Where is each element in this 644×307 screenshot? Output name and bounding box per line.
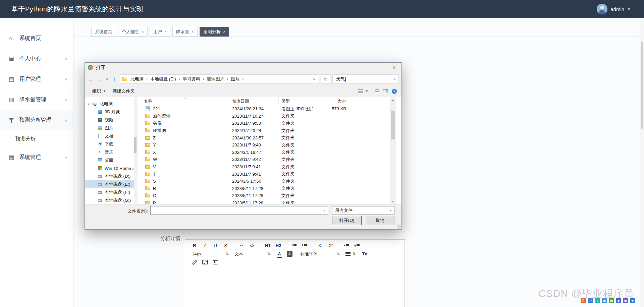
tree-item-drive-d[interactable]: 本地磁盘 (D:) — [85, 172, 137, 180]
expander-icon[interactable]: ∨ — [88, 102, 93, 106]
file-row[interactable]: 新闻资讯 2023/11/7 10:27 文件夹 — [138, 113, 396, 120]
panel-icon[interactable]: ▣ — [623, 298, 628, 303]
align-select[interactable]: ⇅ — [345, 250, 356, 258]
scroll-up-icon[interactable]: ▲ — [390, 97, 396, 103]
clear-format-button[interactable]: Tx — [362, 250, 367, 257]
new-folder-button[interactable]: 新建文件夹 — [110, 87, 137, 95]
font-family-select[interactable]: 标准字体 ⇅ — [300, 250, 340, 258]
list-scrollbar[interactable]: ▲ ▼ — [390, 97, 396, 204]
dialog-titlebar[interactable]: 打开 × — [85, 63, 401, 73]
tab-profile[interactable]: 个人信息 × — [118, 27, 148, 37]
dialog-close-button[interactable]: × — [387, 63, 401, 73]
close-icon[interactable]: × — [142, 29, 144, 34]
superscript-button[interactable]: X² — [328, 242, 333, 249]
file-row[interactable]: S 2024/3/6 17:50 文件夹 — [138, 178, 396, 185]
combo-dropdown-icon[interactable]: ∨ — [321, 209, 328, 212]
breadcrumb-segment[interactable]: 图片 — [229, 76, 242, 82]
tree-item-desktop[interactable]: 桌面 — [85, 156, 137, 164]
tree-item-drive-e[interactable]: 本地磁盘 (E:) — [85, 180, 137, 188]
sidebar-item-users[interactable]: ▤ 用户管理 ∨ — [0, 69, 73, 89]
tree-item-3d-objects[interactable]: 3D 对象 — [85, 108, 137, 116]
tree-item-drive-g[interactable]: 本地磁盘 (G:) — [85, 196, 137, 204]
indent-button[interactable] — [344, 242, 349, 249]
back-icon[interactable]: ← — [88, 76, 94, 82]
close-icon[interactable]: × — [164, 29, 167, 34]
close-icon[interactable]: × — [192, 29, 194, 34]
view-mode-button[interactable]: ▼ — [356, 88, 371, 94]
avatar[interactable] — [597, 4, 607, 14]
cancel-button[interactable]: 取消 — [366, 216, 394, 225]
organize-button[interactable]: 组织 ▼ — [90, 87, 109, 95]
file-row[interactable]: R 2023/5/11 17:28 文件夹 — [138, 185, 396, 192]
sidebar-item-profile[interactable]: ▣ 个人中心 ∨ — [0, 49, 73, 69]
record-icon[interactable]: ◉ — [602, 298, 607, 303]
blockquote-button[interactable]: “ — [239, 241, 244, 251]
heading2-button[interactable]: H2 — [276, 242, 281, 249]
apps-icon[interactable]: ▦ — [609, 298, 614, 303]
search-input[interactable] — [335, 76, 393, 82]
page-scrollbar[interactable] — [640, 18, 644, 307]
forward-icon[interactable]: → — [96, 76, 103, 82]
text-type-select[interactable]: 文本 ⇅ — [234, 250, 271, 258]
file-row[interactable]: X 2024/3/1 16:47 文件夹 — [138, 149, 396, 156]
file-row[interactable]: Y 2023/11/7 9:48 文件夹 — [138, 141, 396, 149]
refresh-icon[interactable]: ↻ — [321, 74, 330, 84]
breadcrumb-segment[interactable]: 此电脑 — [128, 76, 146, 82]
tab-users[interactable]: 用户 × — [150, 27, 170, 37]
sidebar-item-home[interactable]: ⌂ 系统首页 — [0, 28, 73, 49]
history-dropdown-icon[interactable]: ∨ — [105, 77, 109, 81]
user-menu[interactable]: admin ▼ — [597, 4, 631, 14]
translate-icon[interactable]: 中 — [588, 298, 593, 303]
file-row[interactable]: 头像 2023/11/7 9:53 文件夹 — [138, 120, 396, 127]
tab-home[interactable]: 系统首页 — [91, 27, 116, 37]
file-row[interactable]: T 2023/11/7 9:41 文件夹 — [138, 170, 396, 178]
address-dropdown-icon[interactable]: ∨ — [312, 77, 317, 81]
tree-item-videos[interactable]: 视频 — [85, 116, 137, 124]
favorite-icon[interactable]: ★ — [630, 298, 635, 303]
code-button[interactable]: </> — [249, 242, 255, 249]
insert-video-button[interactable] — [213, 259, 218, 266]
font-size-select[interactable]: 14px ⇅ — [192, 250, 229, 258]
unordered-list-button[interactable] — [302, 242, 307, 249]
file-row[interactable]: W 2023/11/7 9:42 文件夹 — [138, 156, 396, 163]
tree-item-drive-f[interactable]: 本地磁盘 (F:) — [85, 188, 137, 196]
tab-rainfall[interactable]: 降水量 × — [172, 27, 198, 37]
outdent-button[interactable] — [354, 242, 360, 249]
file-row[interactable]: V 2023/11/7 9:41 文件夹 — [138, 163, 396, 171]
tree-item-downloads[interactable]: 下载 — [85, 140, 137, 148]
download-icon[interactable]: ↓ — [595, 298, 600, 303]
sidebar-item-rainfall[interactable]: ▥ 降水量管理 ∨ — [0, 89, 73, 110]
search-clear-icon[interactable]: × — [393, 77, 396, 82]
filename-input[interactable] — [151, 206, 321, 214]
breadcrumb-segment[interactable]: 学习资料 — [181, 76, 202, 82]
tree-scrollbar-thumb[interactable] — [134, 137, 137, 153]
file-row[interactable]: Q 2023/5/11 17:28 文件夹 — [138, 192, 396, 199]
file-row[interactable]: P 2023/5/11 17:28 文件夹 — [138, 199, 396, 204]
subscript-button[interactable]: X₂ — [318, 242, 323, 249]
breadcrumb[interactable]: 此电脑 › 本地磁盘 (E:) › 学习资料 › 测试图片 › 图片 › ∨ — [120, 74, 319, 84]
tab-forecast-analysis[interactable]: 预测分析 × — [200, 27, 229, 37]
insert-image-button[interactable] — [202, 259, 208, 266]
sidebar-subitem-forecast-analysis[interactable]: 预测分析 — [0, 130, 73, 147]
tree-item-win10-home[interactable]: Win 10 Home › — [85, 164, 137, 172]
breadcrumb-segment[interactable]: 测试图片 — [205, 76, 226, 82]
column-header-name[interactable]: 名称 ∧ — [138, 97, 229, 105]
tree-item-music[interactable]: 音乐 — [85, 148, 137, 156]
page-scrollbar-thumb[interactable] — [641, 42, 643, 129]
help-icon[interactable]: ? — [392, 89, 397, 94]
heading1-button[interactable]: H1 — [265, 242, 271, 249]
sidebar-item-forecast[interactable]: 预测分析管理 ∧ — [0, 110, 73, 130]
bold-button[interactable]: B — [192, 242, 197, 249]
list-scrollbar-thumb[interactable] — [391, 111, 395, 139]
tree-scrollbar[interactable] — [134, 97, 137, 204]
resize-grip[interactable] — [397, 225, 401, 229]
column-header-type[interactable]: 类型 — [279, 97, 318, 105]
breadcrumb-segment[interactable]: 本地磁盘 (E:) — [148, 76, 178, 82]
tree-item-documents[interactable]: 文档 — [85, 132, 137, 140]
file-type-select[interactable]: 所有文件 ∨ — [332, 206, 394, 215]
up-icon[interactable]: ↑ — [111, 76, 118, 82]
bookmark-icon[interactable]: ◆ — [616, 298, 621, 303]
font-color-button[interactable]: A — [276, 250, 282, 258]
csdn-logo-icon[interactable]: C — [581, 298, 586, 303]
open-button[interactable]: 打开(O) — [332, 216, 362, 225]
